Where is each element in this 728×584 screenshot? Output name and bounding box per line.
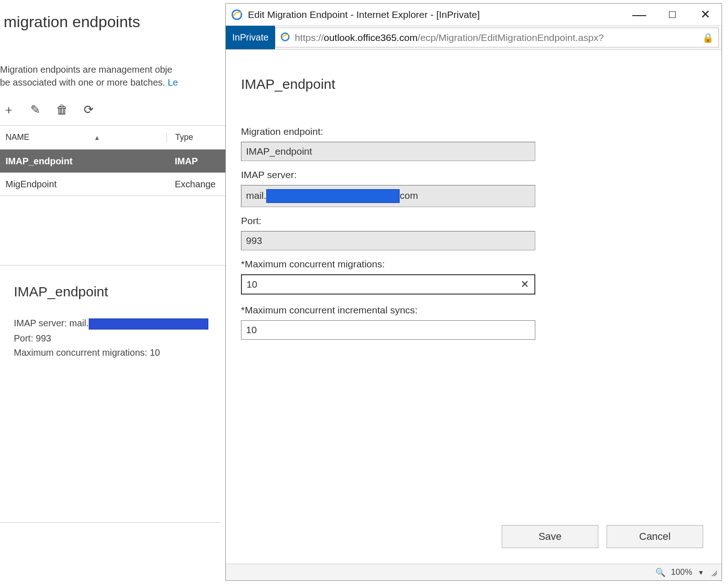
imap-suffix: com <box>400 190 418 201</box>
close-button[interactable]: ✕ <box>698 7 713 22</box>
url-box[interactable]: https://outlook.office365.com/ecp/Migrat… <box>275 28 719 47</box>
inprivate-badge: InPrivate <box>226 26 275 49</box>
row-name: IMAP_endpoint <box>0 156 166 167</box>
maximize-button[interactable]: ☐ <box>665 9 680 20</box>
window-title: Edit Migration Endpoint - Internet Explo… <box>248 9 631 20</box>
imap-server-field: mail.com <box>241 185 535 207</box>
ie-logo-small-icon <box>280 32 290 44</box>
desc-line2: be associated with one or more batches. <box>0 77 168 87</box>
svg-point-0 <box>232 10 241 19</box>
details-server-label: IMAP server: mail. <box>14 318 89 328</box>
desc-line1: Migration endpoints are management obje <box>0 64 172 75</box>
ie-logo-icon <box>230 8 243 21</box>
delete-icon[interactable]: 🗑 <box>55 103 69 117</box>
clear-input-icon[interactable]: ✕ <box>521 278 529 290</box>
max-migrations-input[interactable]: 10 ✕ <box>241 274 535 295</box>
url-path: /ecp/Migration/EditMigrationEndpoint.asp… <box>418 32 604 43</box>
url-host: outlook.office365.com <box>324 32 418 43</box>
dialog-body: IMAP_endpoint Migration endpoint: IMAP_e… <box>226 50 722 580</box>
edit-icon[interactable]: ✎ <box>29 103 42 117</box>
zoom-dropdown-icon[interactable]: ▼ <box>698 569 704 576</box>
zoom-icon[interactable]: 🔍 <box>655 567 665 578</box>
cancel-button[interactable]: Cancel <box>607 525 703 548</box>
dialog-buttons: Save Cancel <box>502 525 703 548</box>
max-syncs-value: 10 <box>246 324 257 335</box>
refresh-icon[interactable]: ⟳ <box>82 103 96 117</box>
window-titlebar[interactable]: Edit Migration Endpoint - Internet Explo… <box>226 4 722 26</box>
learn-more-link[interactable]: Le <box>168 77 178 87</box>
port-field: 993 <box>241 231 535 250</box>
lock-icon: 🔒 <box>702 32 714 43</box>
row-name: MigEndpoint <box>0 179 166 190</box>
col-name-label: NAME <box>6 133 29 142</box>
endpoint-field: IMAP_endpoint <box>241 142 535 161</box>
window-controls: — ☐ ✕ <box>631 7 718 22</box>
add-icon[interactable]: ＋ <box>2 102 16 118</box>
url-text: https://outlook.office365.com/ecp/Migrat… <box>295 32 604 43</box>
max-syncs-label: *Maximum concurrent incremental syncs: <box>241 305 706 316</box>
endpoint-label: Migration endpoint: <box>241 126 706 137</box>
address-bar: InPrivate https://outlook.office365.com/… <box>226 26 722 50</box>
divider <box>0 522 221 523</box>
sort-asc-icon: ▲ <box>94 134 100 141</box>
col-name-header[interactable]: NAME ▲ <box>0 133 166 142</box>
redacted-block <box>89 318 208 330</box>
dialog-heading: IMAP_endpoint <box>241 76 706 92</box>
minimize-button[interactable]: — <box>631 13 647 16</box>
ie-popup-window: Edit Migration Endpoint - Internet Explo… <box>225 3 722 581</box>
redacted-block <box>266 189 400 203</box>
max-migrations-value: 10 <box>246 279 257 289</box>
max-syncs-input[interactable]: 10 <box>241 320 535 340</box>
resize-grip-icon[interactable] <box>710 569 717 576</box>
save-button[interactable]: Save <box>502 525 598 548</box>
imap-prefix: mail. <box>246 190 266 201</box>
url-scheme: https:// <box>295 32 324 43</box>
port-label: Port: <box>241 215 706 226</box>
status-bar: 🔍 100% ▼ <box>226 564 722 580</box>
zoom-level: 100% <box>671 567 692 577</box>
imap-server-label: IMAP server: <box>241 169 706 180</box>
max-migrations-label: *Maximum concurrent migrations: <box>241 259 706 270</box>
